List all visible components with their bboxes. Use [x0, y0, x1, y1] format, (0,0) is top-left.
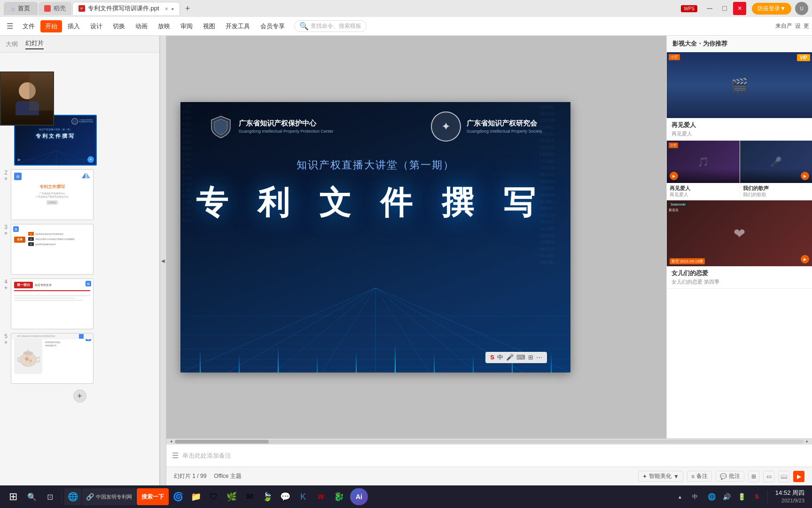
security-icon: 🛡	[210, 492, 218, 502]
taskview-btn[interactable]: ⊡	[41, 488, 58, 505]
browser-icon: 🌐	[68, 492, 78, 502]
toolbar-more[interactable]: 更	[804, 22, 809, 30]
new-tab-btn[interactable]: +	[181, 2, 194, 15]
ai-button[interactable]: Ai	[350, 488, 368, 505]
menu-file[interactable]: 文件	[18, 20, 39, 32]
tab-home-label: 首页	[18, 4, 30, 13]
thumb-add-1[interactable]: +	[87, 156, 94, 163]
menu-devtools[interactable]: 开发工具	[221, 20, 255, 32]
add-slide-btn[interactable]: +	[73, 389, 86, 403]
slide-thumb-2[interactable]: G 专利文件撰写 广东省知识产权保护中心广东省知识产权研究会联合主办 立即报名	[11, 169, 94, 220]
tab-ppt[interactable]: P 专利文件撰写培训课件.ppt × ●	[72, 2, 180, 15]
ime-bar: S 中 🎤 ⌨ ⊞ ⋯	[485, 352, 547, 363]
taskbar-search-btn[interactable]: 搜索一下	[137, 488, 169, 505]
tray-expand[interactable]: ▲	[675, 488, 685, 505]
login-button[interactable]: 防疫登录▼	[752, 3, 791, 15]
taskbar-jinshan[interactable]: K	[295, 488, 312, 505]
taskbar-web[interactable]: 🌿	[223, 488, 240, 505]
video-sub-left: 再见爱人	[670, 191, 737, 198]
tray-lang[interactable]: 中	[687, 488, 703, 505]
tab-ppt-unsaved: ●	[171, 6, 174, 11]
h-scroll-arrow-left[interactable]: ◄	[168, 439, 174, 444]
input-grid-icon: ⊞	[528, 354, 533, 361]
menu-animation[interactable]: 动画	[131, 20, 152, 32]
toolbar-settings[interactable]: 设	[795, 22, 801, 30]
window-close[interactable]: ×	[733, 2, 746, 15]
taskbar-green[interactable]: 🍃	[259, 488, 276, 505]
h-scrollbar[interactable]: ◄ ►	[166, 438, 812, 444]
taskbar-browser[interactable]: 🌐	[64, 488, 81, 505]
toolbar-share[interactable]: 来自产	[775, 22, 792, 30]
window-maximize[interactable]: □	[718, 2, 731, 15]
menu-insert[interactable]: 插入	[63, 20, 85, 32]
taskbar-mail[interactable]: ✉	[241, 488, 258, 505]
menu-view[interactable]: 视图	[198, 20, 220, 32]
slide-thumb-5[interactable]: 背景技术是对现有技术的描述... 发明内容应当包括... 具体实施方式... G…	[11, 333, 94, 384]
h-scroll-arrow-right[interactable]: ►	[804, 439, 810, 444]
view-grid-btn[interactable]: ⊞	[748, 471, 759, 482]
video-list: 🎬 VIP 小芒 再见爱人 再见爱人	[667, 52, 812, 438]
time-display[interactable]: 14:52 周四 2021/9/23	[772, 489, 808, 504]
tab-daoke[interactable]: 稻壳	[39, 2, 71, 15]
taskbar-system[interactable]: 🐉	[330, 488, 347, 505]
video-half-right[interactable]: 🎤 ▶ 我们的歌声 我们的歌歌	[740, 141, 812, 200]
taskbar-security[interactable]: 🛡	[205, 488, 222, 505]
start-button[interactable]: ⊞	[4, 487, 23, 506]
menu-transition[interactable]: 切换	[108, 20, 130, 32]
menu-design[interactable]: 设计	[86, 20, 107, 32]
taskbar-wechat[interactable]: 💬	[277, 488, 294, 505]
daoke-icon	[44, 5, 51, 12]
tab-slides[interactable]: 幻灯片	[25, 39, 44, 49]
slide-thumb-4[interactable]: 第一部分 钻石专利文本 G	[11, 278, 94, 329]
video-card-1[interactable]: 🎬 VIP 小芒 再见爱人 再见爱人	[667, 52, 812, 141]
main-slide[interactable]: 1100110010101101000100111001010110101001…	[180, 102, 570, 373]
emblem-icon: ✦	[431, 111, 461, 142]
panel-collapse-btn[interactable]: ◀	[160, 36, 166, 485]
taskbar-patent[interactable]: 🔗 中国发明专利网	[82, 488, 136, 505]
taskbar-edge[interactable]: 🌀	[170, 488, 187, 505]
view-normal-btn[interactable]: ▭	[763, 471, 774, 482]
taskbar-search[interactable]: 🔍	[23, 488, 40, 505]
slide-item-2[interactable]: 2 ★ G	[0, 167, 159, 222]
view-slideshow-btn[interactable]: ▶	[793, 471, 804, 482]
menu-home[interactable]: 开始	[40, 20, 62, 32]
comments-btn[interactable]: 💬 批注	[716, 471, 744, 482]
slide-main-title: 专 利 文 件 撰 写	[180, 182, 570, 224]
tray-battery[interactable]: 🔋	[735, 488, 749, 505]
slide-item-3[interactable]: 3 ★ 目录 01 初识专利以及专利文件的基本情况	[0, 222, 159, 277]
right-panel: 影视大全・为你推荐 🎬 VIP	[666, 36, 812, 438]
window-minimize[interactable]: ─	[703, 2, 716, 15]
tab-outline[interactable]: 大纲	[6, 40, 18, 48]
menu-search[interactable]: 🔍 查找命令、搜索模板	[294, 20, 367, 32]
dropdown-icon: ▼	[673, 473, 679, 480]
svg-line-1	[36, 151, 56, 165]
slide-item-5[interactable]: 5 ★	[0, 331, 159, 386]
search-placeholder: 查找命令、搜索模板	[311, 22, 361, 30]
video-card-3[interactable]: ❤ Swarovski 新语言 ▶ 新空 2021-09-19播 女儿们的恋爱	[667, 200, 812, 289]
smart-beautify-btn[interactable]: ✦ 智能美化 ▼	[638, 471, 683, 482]
tab-home[interactable]: ⌂ 首页	[4, 2, 38, 15]
notes-status-icon: ≡	[691, 473, 695, 480]
tray-sound[interactable]: 🔊	[720, 488, 734, 505]
view-reading-btn[interactable]: 📖	[778, 471, 789, 482]
taskbar-wps[interactable]: W	[312, 488, 329, 505]
notes-btn[interactable]: ≡ 备注	[687, 471, 712, 482]
h-scrollbar-track[interactable]	[175, 440, 804, 444]
slide-star-4: ★	[4, 285, 8, 290]
shield-icon	[209, 114, 233, 139]
slide-star-5: ★	[4, 340, 8, 345]
menu-vip[interactable]: 会员专享	[256, 20, 289, 32]
taskbar-files[interactable]: 📁	[187, 488, 204, 505]
tray-ime[interactable]: S	[750, 488, 764, 505]
slide-item-4[interactable]: 4 ★ 第一部分 钻石专利文本	[0, 277, 159, 331]
hamburger-menu[interactable]: ☰	[3, 20, 17, 32]
menu-slideshow[interactable]: 放映	[153, 20, 175, 32]
tray-network[interactable]: 🌐	[705, 488, 718, 505]
video-half-left[interactable]: 🎵 ▶ 小芒 再见爱人 再见爱人	[667, 141, 740, 200]
logo-left: 广东省知识产权保护中心 Guangdong Intellectual Prope…	[209, 114, 334, 139]
slide-thumb-3[interactable]: 目录 01 初识专利以及专利文件的基本情况 02 专利文件撰写工作对知识产权保护…	[11, 224, 94, 275]
tab-ppt-close[interactable]: ×	[165, 5, 169, 12]
h-scrollbar-thumb[interactable]	[175, 440, 269, 444]
menu-review[interactable]: 审阅	[176, 20, 197, 32]
notes-placeholder[interactable]: 单击此处添加备注	[182, 452, 231, 460]
